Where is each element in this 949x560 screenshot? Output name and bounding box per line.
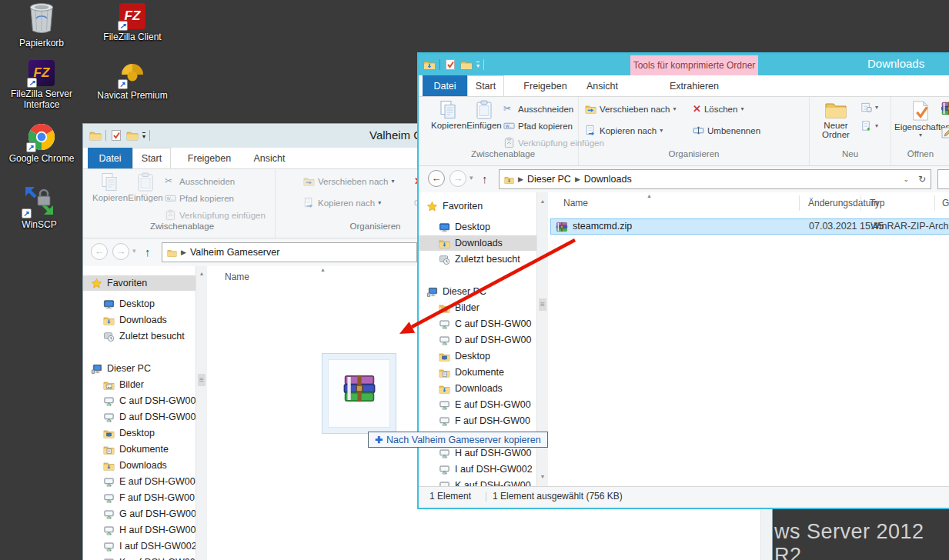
file-list-area[interactable]: Name ▲ Änderungsdatum Typ Größe steamcmd… [549, 192, 949, 486]
qat-dropdown-icon[interactable]: ▾ [142, 132, 145, 139]
column-size[interactable]: Größe [942, 198, 949, 208]
nav-item-dokumente[interactable]: Dokumente [83, 442, 195, 457]
nav-item-desktop[interactable]: Desktop [419, 219, 536, 235]
nav-item-k-auf-dsh-gw00[interactable]: K auf DSH-GW00 [419, 478, 536, 486]
column-divider[interactable] [860, 195, 861, 211]
history-dropdown-icon[interactable]: ▾ [132, 247, 136, 255]
nav-item-bilder[interactable]: Bilder [419, 300, 536, 315]
nav-item-bilder[interactable]: Bilder [83, 377, 195, 392]
move-to-button[interactable]: Verschieben nach▾ [303, 175, 394, 187]
tab-ansicht[interactable]: Ansicht [581, 75, 623, 96]
nav-section-dieser-pc[interactable]: Dieser PC [83, 361, 195, 376]
tab-ansicht[interactable]: Ansicht [248, 148, 291, 168]
nav-item-f-auf-dsh-gw00[interactable]: F auf DSH-GW00 [83, 490, 195, 505]
back-button[interactable]: ← [91, 243, 108, 260]
copy-button[interactable]: Kopieren [431, 98, 466, 148]
up-button[interactable]: ↑ [145, 245, 151, 258]
breadcrumb-root[interactable]: Dieser PC [527, 174, 571, 185]
scroll-down-icon[interactable]: ▼ [537, 474, 548, 479]
nav-item-zuletzt-besucht[interactable]: Zuletzt besucht [419, 252, 536, 267]
column-type[interactable]: Typ [870, 198, 884, 208]
tab-extrahieren[interactable]: Extrahieren [630, 75, 758, 96]
nav-item-desktop[interactable]: Desktop [83, 425, 195, 441]
search-input[interactable] [937, 169, 949, 189]
folder-icon[interactable] [89, 129, 102, 142]
cut-button[interactable]: ✂ Ausschneiden [165, 175, 235, 187]
column-divider[interactable] [934, 195, 935, 211]
downloads-folder-icon[interactable] [423, 58, 436, 71]
nav-item-d-auf-dsh-gw00[interactable]: D auf DSH-GW00 [419, 332, 536, 348]
delete-button[interactable]: ✕ Löschen▾ [693, 103, 743, 115]
desktop-icon-navicat[interactable]: ↗ Navicat Premium [95, 62, 169, 101]
nav-item-zuletzt-besucht[interactable]: Zuletzt besucht [83, 328, 195, 344]
scroll-up-icon[interactable]: ▲ [537, 198, 548, 204]
new-item-button[interactable]: ▾ [860, 120, 878, 132]
refresh-icon[interactable]: ↻ [918, 174, 926, 185]
tab-datei[interactable]: Datei [423, 75, 467, 96]
pencil-icon[interactable] [941, 126, 949, 140]
forward-button[interactable]: → [449, 170, 466, 187]
nav-section-favoriten[interactable]: Favoriten [419, 198, 536, 214]
new-folder-button[interactable]: Neuer Ordner [816, 98, 856, 148]
nav-item-i-auf-dsh-gw002[interactable]: I auf DSH-GW002 [419, 462, 536, 477]
copy-button[interactable]: Kopieren [92, 171, 128, 220]
nav-item-e-auf-dsh-gw00[interactable]: E auf DSH-GW00 [419, 397, 536, 412]
winrar-icon[interactable] [941, 100, 949, 117]
column-name[interactable]: Name [563, 198, 588, 208]
nav-scrollbar[interactable]: ▲ ▼ [195, 266, 207, 560]
nav-item-h-auf-dsh-gw00[interactable]: H auf DSH-GW00 [83, 522, 195, 538]
qat-dropdown-icon[interactable]: ▾ [476, 62, 480, 68]
copy-to-button[interactable]: Kopieren nach▾ [303, 197, 381, 208]
up-button[interactable]: ↑ [482, 172, 488, 185]
address-dropdown-icon[interactable]: ⌄ [903, 175, 909, 183]
easy-access-button[interactable]: ▾ [860, 102, 878, 113]
move-to-button[interactable]: Verschieben nach▾ [585, 103, 676, 115]
cut-button[interactable]: ✂ Ausschneiden [503, 103, 573, 115]
nav-item-g-auf-dsh-gw00[interactable]: G auf DSH-GW00 [83, 506, 195, 522]
desktop-icon-chrome[interactable]: ↗ Google Chrome [6, 123, 77, 164]
scroll-thumb[interactable] [539, 298, 546, 311]
scroll-thumb[interactable] [198, 374, 206, 386]
paste-button[interactable]: Einfügen [466, 98, 502, 148]
tab-freigeben[interactable]: Freigeben [182, 148, 237, 168]
history-dropdown-icon[interactable]: ▾ [469, 174, 473, 182]
nav-item-downloads[interactable]: Downloads [83, 312, 195, 328]
breadcrumb[interactable]: ▶ Dieser PC ▶ Downloads ⌄ ↻ [499, 169, 931, 189]
nav-item-downloads[interactable]: Downloads [419, 235, 536, 251]
titlebar[interactable]: ▾ Tools für komprimierte Ordner Download… [419, 54, 949, 75]
properties-check-icon[interactable] [110, 129, 122, 142]
nav-item-k-auf-dsh-gw00[interactable]: K auf DSH-GW00 [83, 555, 195, 560]
copy-path-button[interactable]: W... Pfad kopieren [503, 120, 573, 132]
properties-button[interactable]: Eigenschaften ▾ [894, 98, 947, 148]
copy-to-button[interactable]: Kopieren nach▾ [585, 125, 663, 136]
nav-item-e-auf-dsh-gw00[interactable]: E auf DSH-GW00 [83, 474, 195, 489]
scroll-up-icon[interactable]: ▲ [196, 271, 207, 276]
tab-start[interactable]: Start [132, 148, 171, 168]
tab-datei[interactable]: Datei [88, 148, 132, 168]
desktop-icon-papierkorb[interactable]: Papierkorb [6, 2, 77, 48]
nav-section-dieser-pc[interactable]: Dieser PC [419, 284, 536, 299]
paste-shortcut-button[interactable]: Verknüpfung einfügen [165, 209, 266, 221]
nav-item-downloads[interactable]: Downloads [419, 381, 536, 396]
copy-path-button[interactable]: W... Pfad kopieren [165, 192, 234, 204]
breadcrumb-current[interactable]: Downloads [584, 174, 632, 185]
nav-item-c-auf-dsh-gw00[interactable]: C auf DSH-GW00 [419, 316, 536, 332]
nav-item-d-auf-dsh-gw00[interactable]: D auf DSH-GW00 [83, 409, 195, 425]
column-divider[interactable] [799, 195, 800, 211]
nav-item-h-auf-dsh-gw00[interactable]: H auf DSH-GW00 [419, 445, 536, 461]
drag-ghost[interactable] [322, 353, 396, 434]
column-date[interactable]: Änderungsdatum [808, 198, 878, 208]
sort-ascending-icon[interactable]: ▲ [647, 193, 652, 198]
file-row-steamcmd[interactable]: steamcmd.zip 07.03.2021 15:45 WinRAR-ZIP… [550, 218, 949, 235]
rename-button[interactable]: Umbenennen [693, 125, 760, 136]
breadcrumb-folder[interactable]: Valheim Gameserver [190, 247, 279, 258]
nav-item-f-auf-dsh-gw00[interactable]: F auf DSH-GW00 [419, 413, 536, 428]
back-button[interactable]: ← [428, 170, 445, 187]
column-name[interactable]: Name [225, 272, 249, 282]
paste-button[interactable]: Einfügen [128, 171, 163, 220]
nav-item-desktop[interactable]: Desktop [419, 348, 536, 364]
nav-item-desktop[interactable]: Desktop [83, 296, 195, 312]
nav-item-downloads[interactable]: Downloads [83, 458, 195, 473]
properties-check-icon[interactable] [444, 58, 456, 71]
desktop-icon-filezilla-server[interactable]: FZ ↗ FileZilla Server Interface [5, 60, 79, 110]
